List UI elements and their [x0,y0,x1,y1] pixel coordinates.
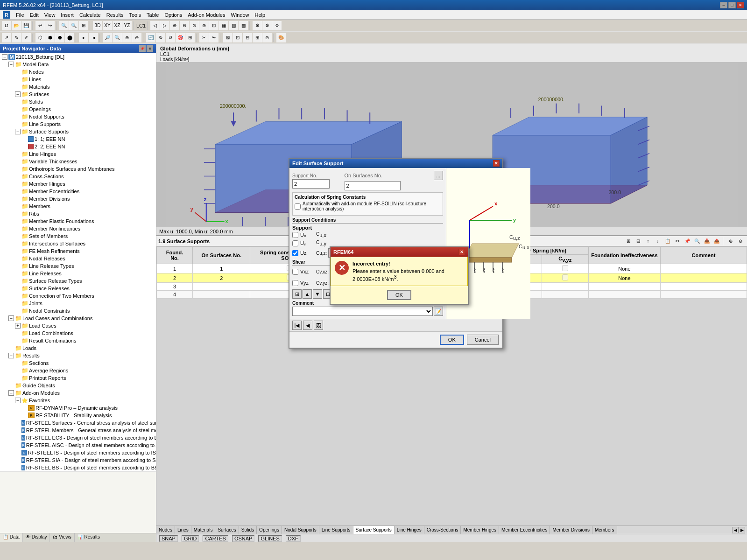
on-surfaces-label: On Surfaces No. [345,173,382,178]
dialog-nav-thumb[interactable]: 🖼 [314,321,323,330]
ux-label: Uₓ [300,232,314,238]
calc-spring-title: Calculation of Spring Constants [295,195,441,200]
svg-text:Cu,x: Cu,x [519,244,529,250]
ux-checkbox[interactable] [292,232,298,238]
icon-btn-1[interactable]: ⊞ [292,289,302,299]
comment-row: 📝 [292,307,443,316]
svg-rect-61 [465,258,512,262]
vyz-label: Vyz [300,280,314,286]
surfaces-select-btn[interactable]: ... [434,171,443,180]
support-header-row: Support [292,225,443,231]
svg-marker-60 [465,244,519,258]
vxz-label: Vxz [300,269,314,274]
vyz-checkbox[interactable] [292,280,298,286]
edit-dialog-title-text: Edit Surface Support [292,161,343,166]
error-text-area: Incorrect entry! Please enter a value be… [352,261,464,282]
support-no-row: Support No. On Surfaces No. ... [292,171,443,190]
error-dialog-close[interactable]: ✕ [458,249,465,255]
edit-dialog-ok[interactable]: OK [440,335,464,345]
ux-row: Uₓ Cu,x [292,231,443,238]
edit-dialog-title[interactable]: Edit Surface Support ✕ [289,159,502,168]
error-ok-btn[interactable]: OK [387,290,411,300]
auto-rf-soilin-checkbox[interactable] [295,203,301,210]
error-detail: Please enter a value between 0.000 and 2… [352,268,464,282]
support-conditions-title: Support Conditions [292,217,443,224]
error-content: ✕ Incorrect entry! Please enter a value … [331,257,468,286]
dialog-nav-prev[interactable]: ◀ [303,321,312,330]
icon-btn-2[interactable]: ▲ [303,289,312,299]
svg-text:x: x [494,201,498,206]
support-no-label: Support No. [292,173,342,178]
vxz-checkbox[interactable] [292,269,298,275]
uz-label: Uz [300,250,314,256]
auto-rf-soilin-label: Automatically with add-on module RF-SOIL… [303,201,441,211]
on-surfaces-input[interactable] [345,181,401,190]
auto-checkbox-row: Automatically with add-on module RF-SOIL… [295,201,441,211]
edit-dialog-btn-row: OK Cancel [289,331,502,348]
support-no-input[interactable] [292,179,330,189]
svg-text:Cu,z: Cu,z [509,234,520,241]
comment-btn[interactable]: 📝 [434,307,443,316]
dialog-nav-row: |◀ ◀ 🖼 [289,319,502,331]
uy-row: Uᵧ Cu,y [292,240,443,246]
uy-checkbox[interactable] [292,240,298,246]
cuz-field-label: Cu,z: [316,251,327,256]
modal-overlay: Edit Surface Support ✕ Support No. On Su… [0,0,747,560]
error-icon: ✕ [335,261,349,275]
svg-text:y: y [513,217,516,223]
error-dialog-title-text: RFEM64 [333,249,353,255]
ux-value: Cu,x [316,231,443,238]
edit-dialog-close[interactable]: ✕ [493,160,500,167]
uy-value: Cu,y [316,240,443,246]
dialog-nav-first[interactable]: |◀ [292,321,302,330]
cvyz-label: Cv,yz: [316,280,329,286]
sc-support-col: Support [292,225,320,231]
comment-input[interactable] [292,307,433,316]
rfem-error-dialog: RFEM64 ✕ ✕ Incorrect entry! Please enter… [330,246,469,305]
spring-constants-section: Calculation of Spring Constants Automati… [292,192,443,216]
uz-checkbox[interactable] [292,250,298,256]
edit-dialog-cancel[interactable]: Cancel [467,335,499,345]
error-btn-area: OK [331,286,468,304]
cvxz-label: Cv,xz: [316,269,329,274]
uy-label: Uᵧ [300,240,314,246]
icon-btn-3[interactable]: ▼ [313,289,322,299]
error-dialog-title: RFEM64 ✕ [331,247,468,257]
error-message: Incorrect entry! [352,261,464,266]
